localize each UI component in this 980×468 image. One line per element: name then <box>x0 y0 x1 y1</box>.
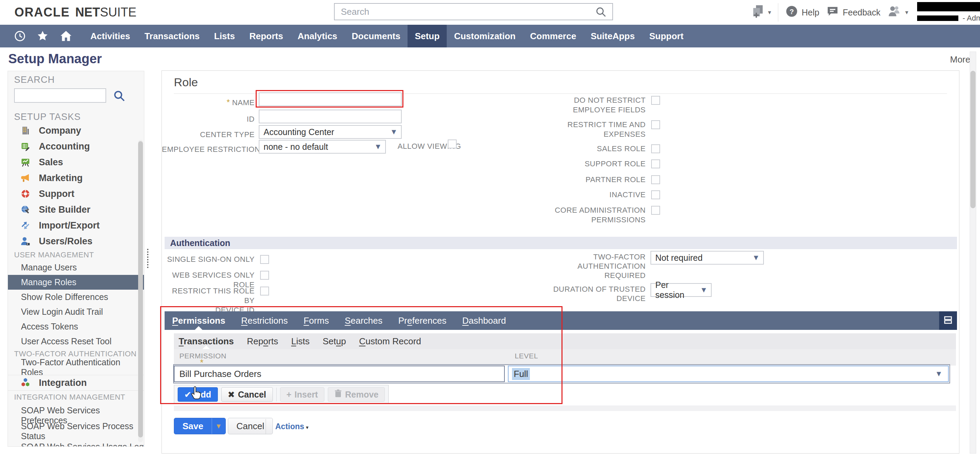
sidebar-item-manage-roles[interactable]: Manage Roles <box>8 275 144 290</box>
logo-suite-text: SUITE <box>100 5 137 19</box>
nav-documents[interactable]: Documents <box>345 25 408 48</box>
feedback-button[interactable]: Feedback <box>826 5 880 20</box>
sidebar-item-view-login-audit-trail[interactable]: View Login Audit Trail <box>8 304 144 319</box>
company-icon <box>20 126 30 136</box>
recent-records-icon[interactable] <box>14 30 26 42</box>
sidebar-item-support[interactable]: Support <box>8 186 144 202</box>
restrict-time-and-expenses-checkbox[interactable] <box>651 120 660 129</box>
logo-oracle-text: ORACLE <box>14 5 70 19</box>
sidebar-item-user-access-reset-tool[interactable]: User Access Reset Tool <box>8 334 144 349</box>
chevron-down-icon: ▾ <box>306 424 309 430</box>
inactive-row: INACTIVE <box>162 190 660 200</box>
favorites-star-icon[interactable] <box>37 30 49 42</box>
nav-transactions[interactable]: Transactions <box>137 25 207 48</box>
sidebar-item-accounting[interactable]: Accounting <box>8 138 144 154</box>
help-button[interactable]: ? Help <box>785 5 819 20</box>
page-scrollbar[interactable] <box>970 51 976 454</box>
sidebar-search-icon[interactable] <box>113 90 126 103</box>
annotation-rect-name-field <box>256 90 403 108</box>
duration-trusted-device-label: DURATION OF TRUSTED DEVICE <box>162 285 646 303</box>
sidebar-scrollbar-thumb[interactable] <box>138 141 143 438</box>
nav-setup[interactable]: Setup <box>407 25 447 48</box>
inactive-checkbox[interactable] <box>651 190 660 199</box>
nav-support[interactable]: Support <box>642 25 690 48</box>
user-roles-icon <box>887 5 902 20</box>
create-new-menu[interactable]: ▾ <box>751 4 771 21</box>
sidebar-item-company[interactable]: Company <box>8 123 144 138</box>
sidebar-item-users-roles[interactable]: Users/Roles <box>8 233 144 249</box>
user-management-heading: USER MANAGEMENT <box>14 250 94 259</box>
partner-role-checkbox[interactable] <box>651 175 660 184</box>
support-icon <box>20 189 30 199</box>
chevron-down-icon: ▾ <box>905 9 908 16</box>
user-identity-block: - Administrator <box>917 2 980 23</box>
site-builder-icon <box>20 204 30 215</box>
list-view-icon <box>943 315 953 326</box>
sidebar-item-sales[interactable]: Sales <box>8 154 144 170</box>
logo-net-text: NET <box>75 5 100 19</box>
page-scrollbar-thumb[interactable] <box>970 71 975 208</box>
cancel-button[interactable]: Cancel <box>228 418 273 434</box>
global-search-input[interactable] <box>334 3 613 20</box>
support-role-checkbox[interactable] <box>651 159 660 169</box>
sidebar-item-soap-preferences[interactable]: SOAP Web Services Preferences <box>8 408 144 423</box>
more-link[interactable]: More <box>950 54 970 65</box>
redacted-account-name <box>917 2 980 11</box>
integration-icon <box>20 377 30 388</box>
nav-commerce[interactable]: Commerce <box>523 25 583 48</box>
record-title: Role <box>174 76 198 89</box>
sidebar-search-input[interactable] <box>14 88 106 103</box>
nav-activities[interactable]: Activities <box>83 25 137 48</box>
sales-role-checkbox[interactable] <box>651 144 660 153</box>
level-select[interactable]: Full ▼ <box>508 366 949 382</box>
sidebar-resize-handle[interactable] <box>147 249 148 268</box>
nav-suiteapps[interactable]: SuiteApps <box>584 25 642 48</box>
nav-analytics[interactable]: Analytics <box>290 25 345 48</box>
sidebar-item-import-export[interactable]: Import/Export <box>8 218 144 233</box>
chevron-down-icon: ▾ <box>768 9 771 16</box>
save-button[interactable]: Save <box>174 418 212 434</box>
save-split-button[interactable]: Save ▼ <box>174 418 226 434</box>
duration-trusted-device-select[interactable]: Per session▼ <box>651 283 712 297</box>
sidebar-item-site-builder[interactable]: Site Builder <box>8 202 144 218</box>
user-role-label: - Administrator <box>963 14 980 23</box>
sales-role-row: SALES ROLE <box>162 144 660 154</box>
sidebar-item-show-role-differences[interactable]: Show Role Differences <box>8 290 144 304</box>
sidebar-item-integration[interactable]: Integration <box>8 375 144 391</box>
search-icon[interactable] <box>595 6 607 19</box>
sidebar-item-two-factor-roles[interactable]: Two-Factor Authentication Roles <box>8 360 144 374</box>
user-roles-menu[interactable]: ▾ <box>887 5 908 20</box>
sidebar-item-marketing[interactable]: Marketing <box>8 170 144 186</box>
list-view-toggle-button[interactable] <box>939 311 957 330</box>
do-not-restrict-row: DO NOT RESTRICTEMPLOYEE FIELDS <box>162 96 660 115</box>
two-factor-required-label: TWO-FACTOR AUTHENTICATION REQUIRED <box>162 252 646 280</box>
page-title: Setup Manager <box>8 51 102 66</box>
users-roles-icon <box>20 236 30 247</box>
partner-role-row: PARTNER ROLE <box>162 175 660 185</box>
header-divider <box>778 3 778 22</box>
two-factor-required-select[interactable]: Not required▼ <box>651 251 764 264</box>
nav-lists[interactable]: Lists <box>207 25 242 48</box>
core-administration-permissions-checkbox[interactable] <box>651 206 660 215</box>
add-page-icon <box>751 4 765 21</box>
app-header: ORACLENETSUITE ▾ ? Help Feedback ▾ <box>0 0 980 25</box>
annotation-rect-permissions <box>160 306 563 404</box>
sidebar-scrollbar[interactable] <box>138 140 143 442</box>
header-right-cluster: ▾ ? Help Feedback ▾ - Administrator <box>751 0 980 25</box>
nav-reports[interactable]: Reports <box>242 25 290 48</box>
sales-icon <box>20 157 30 167</box>
do-not-restrict-employee-fields-checkbox[interactable] <box>651 96 660 105</box>
save-menu-caret[interactable]: ▼ <box>212 418 226 434</box>
core-admin-row: CORE ADMINISTRATIONPERMISSIONS <box>162 205 660 225</box>
redacted-user-name <box>917 16 958 21</box>
restrict-time-row: RESTRICT TIME ANDEXPENSES <box>162 120 660 139</box>
sidebar-item-soap-process-status[interactable]: SOAP Web Services Process Status <box>8 424 144 438</box>
nav-customization[interactable]: Customization <box>447 25 523 48</box>
home-icon[interactable] <box>59 29 73 43</box>
sidebar-item-manage-users[interactable]: Manage Users <box>8 260 144 275</box>
support-role-row: SUPPORT ROLE <box>162 159 660 169</box>
sidebar-item-soap-usage-log[interactable]: SOAP Web Services Usage Log <box>8 439 144 447</box>
actions-menu[interactable]: Actions▾ <box>275 422 309 431</box>
marketing-icon <box>20 173 30 183</box>
sidebar-item-access-tokens[interactable]: Access Tokens <box>8 319 144 334</box>
